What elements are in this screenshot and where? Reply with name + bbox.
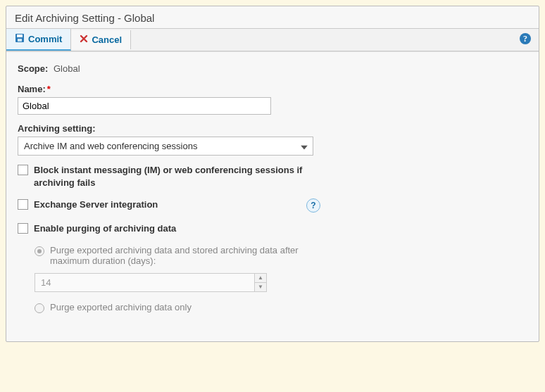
purge-days-spinner[interactable]: 14 ▲ ▼ [35,273,267,292]
cancel-label: Cancel [92,34,122,45]
required-indicator: * [47,84,51,94]
scope-value: Global [54,63,80,74]
archiving-setting-value: Archive IM and web conferencing sessions [18,137,313,156]
archiving-setting-row: Archiving setting: Archive IM and web co… [18,123,527,156]
toolbar: Commit Cancel ? [6,28,539,51]
block-on-fail-row: Block instant messaging (IM) or web conf… [18,164,320,189]
svg-text:?: ? [523,34,527,44]
block-on-fail-checkbox[interactable] [18,165,28,175]
cancel-icon [80,34,88,45]
commit-label: Commit [28,34,62,44]
spinner-buttons: ▲ ▼ [254,273,267,292]
commit-button[interactable]: Commit [6,29,71,51]
dialog-window: Edit Archiving Setting - Global Commit C… [6,6,539,342]
name-row: Name:* [18,84,527,115]
name-input[interactable] [18,97,271,115]
block-on-fail-label: Block instant messaging (IM) or web conf… [34,164,320,189]
purge-exported-only-row: Purge exported archiving data only [35,302,316,313]
spinner-down-icon[interactable]: ▼ [255,283,266,291]
purge-duration-row: Purge exported archiving data and stored… [35,245,316,266]
cancel-button[interactable]: Cancel [71,30,131,49]
purge-options: Purge exported archiving data and stored… [35,245,527,313]
archiving-setting-label: Archiving setting: [18,123,527,134]
enable-purge-checkbox[interactable] [18,223,28,234]
scope-label: Scope: [18,63,48,74]
svg-rect-1 [17,34,23,37]
dialog-title: Edit Archiving Setting - Global [6,6,539,28]
scope-row: Scope: Global [18,63,527,74]
name-label-text: Name: [18,84,46,94]
help-button[interactable]: ? [519,32,532,47]
spinner-up-icon[interactable]: ▲ [255,274,266,283]
exchange-integration-label: Exchange Server integration [34,198,158,211]
purge-duration-radio[interactable] [35,246,44,256]
exchange-integration-row: Exchange Server integration ? [18,198,320,213]
svg-rect-2 [18,39,22,42]
save-icon [15,33,25,45]
exchange-integration-checkbox[interactable] [18,199,28,210]
purge-exported-only-label: Purge exported archiving data only [50,302,192,312]
name-label: Name:* [18,84,527,94]
purge-days-value: 14 [35,273,254,292]
archiving-setting-select[interactable]: Archive IM and web conferencing sessions [18,137,313,156]
exchange-help-icon[interactable]: ? [306,198,320,213]
purge-duration-label: Purge exported archiving data and stored… [50,245,316,266]
content-area: Scope: Global Name:* Archiving setting: … [6,51,539,341]
enable-purge-row: Enable purging of archiving data [18,222,320,235]
purge-exported-only-radio[interactable] [35,303,44,313]
enable-purge-label: Enable purging of archiving data [34,222,176,235]
